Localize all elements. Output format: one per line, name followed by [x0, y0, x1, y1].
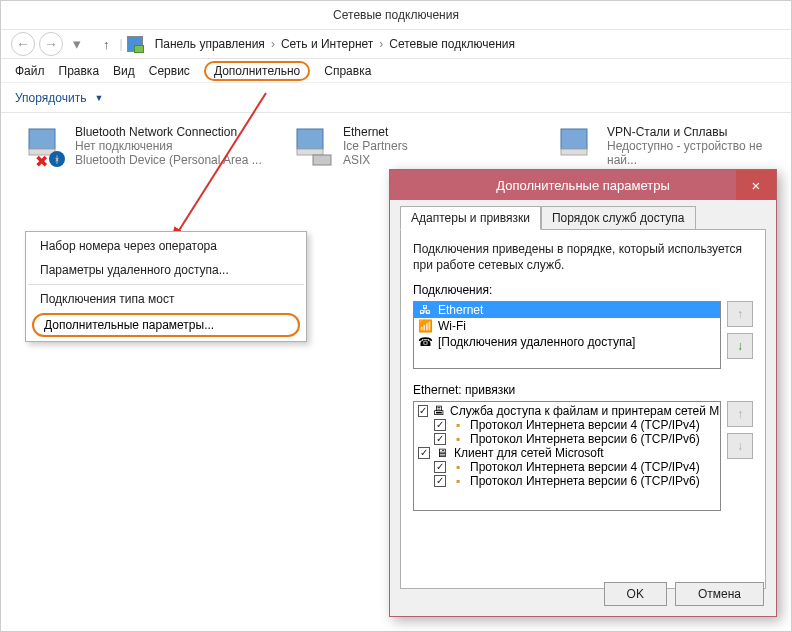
binding-item[interactable]: 🖥 Клиент для сетей Microsoft — [416, 446, 718, 460]
svg-line-10 — [171, 93, 266, 243]
organize-button[interactable]: Упорядочить — [15, 91, 86, 105]
wifi-icon: 📶 — [418, 319, 432, 333]
menu-advanced[interactable]: Дополнительно — [204, 61, 310, 81]
cancel-button[interactable]: Отмена — [675, 582, 764, 606]
bluetooth-adapter-icon: ᚼ✖ — [27, 125, 67, 169]
svg-rect-9 — [561, 149, 587, 155]
menu-view[interactable]: Вид — [113, 64, 135, 78]
recent-dropdown-icon[interactable]: ▾ — [73, 35, 91, 53]
connection-status: Ice Partners — [343, 139, 408, 153]
binding-item[interactable]: ▪ Протокол Интернета версии 6 (TCP/IPv6) — [416, 432, 718, 446]
checkbox[interactable] — [418, 447, 430, 459]
tab-panel: Подключения приведены в порядке, который… — [400, 229, 766, 589]
back-button[interactable]: ← — [11, 32, 35, 56]
svg-text:✖: ✖ — [35, 153, 48, 169]
menu-edit[interactable]: Правка — [59, 64, 100, 78]
svg-rect-7 — [313, 155, 331, 165]
ctx-dial-operator[interactable]: Набор номера через оператора — [28, 234, 304, 258]
checkbox[interactable] — [418, 405, 428, 417]
address-bar: ← → ▾ ↑ | Панель управления › Сеть и Инт… — [1, 29, 791, 59]
service-icon: 🖶 — [433, 404, 445, 418]
menu-bar: Файл Правка Вид Сервис Дополнительно Спр… — [1, 59, 791, 83]
ctx-bridge[interactable]: Подключения типа мост — [28, 287, 304, 311]
up-button[interactable]: ↑ — [103, 37, 110, 52]
ctx-advanced-params[interactable]: Дополнительные параметры... — [32, 313, 300, 337]
ctx-remote-access[interactable]: Параметры удаленного доступа... — [28, 258, 304, 282]
service-icon: 🖥 — [435, 446, 449, 460]
binding-item[interactable]: 🖶 Служба доступа к файлам и принтерам се… — [416, 404, 718, 418]
connections-listbox[interactable]: 🖧 Ethernet 📶 Wi-Fi ☎ [Подключения удален… — [413, 301, 721, 369]
binding-item[interactable]: ▪ Протокол Интернета версии 4 (TCP/IPv4) — [416, 460, 718, 474]
separator: | — [120, 37, 123, 51]
svg-rect-0 — [29, 129, 55, 149]
context-menu: Набор номера через оператора Параметры у… — [25, 231, 307, 342]
window-title: Сетевые подключения — [1, 1, 791, 29]
ok-button[interactable]: OK — [604, 582, 667, 606]
list-item[interactable]: 📶 Wi-Fi — [414, 318, 720, 334]
arrow-down-icon: ↓ — [737, 339, 743, 353]
protocol-icon: ▪ — [451, 460, 465, 474]
connection-item[interactable]: Ethernet Ice Partners ASIX — [295, 125, 545, 169]
list-item[interactable]: ☎ [Подключения удаленного доступа] — [414, 334, 720, 350]
connection-name: Ethernet — [343, 125, 408, 139]
breadcrumb-item[interactable]: Сетевые подключения — [383, 37, 521, 51]
list-item[interactable]: 🖧 Ethernet — [414, 302, 720, 318]
toolbar: Упорядочить ▼ — [1, 83, 791, 113]
protocol-icon: ▪ — [451, 474, 465, 488]
ethernet-icon: 🖧 — [418, 303, 432, 317]
tab-strip: Адаптеры и привязки Порядок служб доступ… — [400, 206, 766, 230]
protocol-icon: ▪ — [451, 432, 465, 446]
dialup-icon: ☎ — [418, 335, 432, 349]
checkbox[interactable] — [434, 475, 446, 487]
connection-item[interactable]: VPN-Стали и Сплавы Недоступно - устройст… — [559, 125, 789, 169]
connections-label: Подключения: — [413, 283, 753, 297]
protocol-icon: ▪ — [451, 418, 465, 432]
dialog-description: Подключения приведены в порядке, который… — [413, 242, 753, 273]
connection-status: Недоступно - устройство не най... — [607, 139, 789, 167]
arrow-up-icon: ↑ — [737, 407, 743, 421]
tab-adapters[interactable]: Адаптеры и привязки — [400, 206, 541, 230]
connection-name: VPN-Стали и Сплавы — [607, 125, 789, 139]
checkbox[interactable] — [434, 419, 446, 431]
breadcrumb-item[interactable]: Сеть и Интернет — [275, 37, 379, 51]
advanced-settings-dialog: Дополнительные параметры × Адаптеры и пр… — [389, 169, 777, 617]
menu-help[interactable]: Справка — [324, 64, 371, 78]
content-area: ᚼ✖ Bluetooth Network Connection Нет подк… — [1, 113, 791, 631]
dialog-buttons: OK Отмена — [604, 582, 764, 606]
vpn-adapter-icon — [559, 125, 599, 169]
binding-item[interactable]: ▪ Протокол Интернета версии 6 (TCP/IPv6) — [416, 474, 718, 488]
close-button[interactable]: × — [736, 170, 776, 200]
arrow-up-icon: ↑ — [737, 307, 743, 321]
arrow-down-icon: ↓ — [737, 439, 743, 453]
connection-adapter: ASIX — [343, 153, 408, 167]
checkbox[interactable] — [434, 433, 446, 445]
menu-tools[interactable]: Сервис — [149, 64, 190, 78]
svg-rect-8 — [561, 129, 587, 149]
tab-service-order[interactable]: Порядок служб доступа — [541, 206, 696, 230]
move-down-button[interactable]: ↓ — [727, 333, 753, 359]
bindings-label: Ethernet: привязки — [413, 383, 753, 397]
separator — [28, 284, 304, 285]
move-up-button[interactable]: ↑ — [727, 301, 753, 327]
breadcrumb-item[interactable]: Панель управления — [149, 37, 271, 51]
forward-button[interactable]: → — [39, 32, 63, 56]
binding-item[interactable]: ▪ Протокол Интернета версии 4 (TCP/IPv4) — [416, 418, 718, 432]
checkbox[interactable] — [434, 461, 446, 473]
move-up-button[interactable]: ↑ — [727, 401, 753, 427]
chevron-down-icon[interactable]: ▼ — [94, 93, 103, 103]
dialog-title: Дополнительные параметры × — [390, 170, 776, 200]
move-down-button[interactable]: ↓ — [727, 433, 753, 459]
bindings-listbox[interactable]: 🖶 Служба доступа к файлам и принтерам се… — [413, 401, 721, 511]
menu-file[interactable]: Файл — [15, 64, 45, 78]
svg-text:ᚼ: ᚼ — [54, 154, 60, 165]
network-icon — [127, 36, 143, 52]
